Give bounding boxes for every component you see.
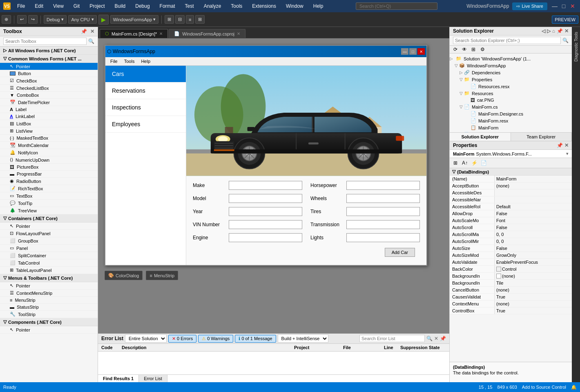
toolbox-category-common[interactable]: ▽ Common Windows Forms (.NET ...: [0, 55, 98, 63]
error-search-input[interactable]: [359, 335, 425, 342]
nav-item-cars[interactable]: Cars: [105, 66, 186, 82]
toolbox-item-toolstrip[interactable]: 🔧 ToolStrip: [0, 311, 98, 318]
toolbox-category-containers[interactable]: ▽ Containers (.NET Core): [0, 214, 98, 223]
toolbox-item-statusstrip[interactable]: ▬ StatusStrip: [0, 304, 98, 311]
scope-dropdown[interactable]: Entire Solution: [125, 334, 167, 343]
tree-solution[interactable]: ▷ 📁 Solution 'WindowsFormsApp' (1...: [450, 55, 572, 62]
prop-row-backgroundin-2[interactable]: BackgroundIn Tile: [450, 280, 572, 287]
prop-by-category-button[interactable]: ⊞: [451, 159, 460, 167]
toolbox-item-richtextbox[interactable]: 📝 RichTextBox: [0, 185, 98, 192]
field-input-year[interactable]: [229, 207, 302, 216]
prop-row-backcolor[interactable]: BackColor Control: [450, 266, 572, 273]
tree-resources-resx[interactable]: 📄 Resources.resx: [450, 83, 572, 90]
tab-csproj[interactable]: 📄 WindowsFormsApp.csproj ✕: [169, 29, 245, 38]
tree-mainform-cs[interactable]: ▽ 📄 MainForm.cs: [450, 103, 572, 110]
tab-mainform-design[interactable]: ⬡ MainForm.cs [Design]* ✕: [100, 29, 168, 38]
props-dropdown-icon[interactable]: ▾: [566, 151, 569, 156]
prop-row-autoscroll[interactable]: AutoScroll False: [450, 224, 572, 231]
add-car-button[interactable]: Add Car: [385, 248, 415, 257]
messages-button[interactable]: ℹ 0 of 1 Message: [235, 335, 276, 343]
toolbox-item-linklabel[interactable]: A LinkLabel: [0, 113, 98, 120]
menu-file[interactable]: File: [14, 2, 28, 11]
error-list-close-icon[interactable]: ✕: [434, 336, 438, 341]
tab-close-1[interactable]: ✕: [159, 31, 163, 36]
se-close-icon[interactable]: ✕: [564, 28, 569, 34]
col-file[interactable]: File: [341, 345, 382, 350]
build-config-dropdown[interactable]: Build + IntelliSense: [278, 334, 328, 343]
toolbox-item-label[interactable]: A Label: [0, 106, 98, 113]
toolbar-icon-2[interactable]: ⊟: [175, 15, 185, 24]
solution-explorer-tab[interactable]: Solution Explorer: [450, 133, 511, 141]
title-search-input[interactable]: [356, 2, 437, 10]
toolbox-item-tabcontrol[interactable]: ⬜ TabControl: [0, 259, 98, 267]
prop-row-causesvalidat[interactable]: CausesValidat True: [450, 294, 572, 301]
se-sync-icon[interactable]: ⟳: [451, 47, 460, 52]
prop-row-cancelbutton[interactable]: CancelButton (none): [450, 287, 572, 294]
prop-row-contextmenu[interactable]: ContextMenu (none): [450, 301, 572, 307]
menu-git[interactable]: Git: [70, 2, 83, 11]
live-share-button[interactable]: ⇨ Live Share: [512, 2, 547, 10]
col-description[interactable]: Description: [120, 345, 292, 350]
prop-row-backgroundin-1[interactable]: BackgroundIn (none): [450, 273, 572, 280]
props-pin-icon[interactable]: 📌: [557, 143, 563, 148]
nav-item-employees[interactable]: Employees: [105, 116, 186, 133]
se-filter-icon[interactable]: ⊞: [469, 47, 477, 52]
prop-category-databindings[interactable]: ▽ (DataBindings): [450, 168, 572, 176]
toolbox-category-menus[interactable]: ▽ Menus & Toolbars (.NET Core): [0, 274, 98, 282]
add-source-control[interactable]: Add to Source Control: [522, 385, 566, 390]
toolbar-icon-4[interactable]: ⊞: [195, 15, 205, 24]
toolbox-item-datetimepicker[interactable]: 📅 DateTimePicker: [0, 99, 98, 106]
prop-row-accessiblenar[interactable]: AccessibleNar: [450, 196, 572, 203]
menu-debug[interactable]: Debug: [132, 2, 153, 11]
toolbox-item-notifyicon[interactable]: 🔔 NotifyIcon: [0, 149, 98, 156]
tree-resources-folder[interactable]: ▽ 📁 Resources: [450, 90, 572, 97]
toolbox-close-icon[interactable]: ✕: [90, 29, 94, 34]
toolbar-icon-3[interactable]: ≡: [186, 15, 194, 24]
toolbox-item-tablelayoutpanel[interactable]: ⊞ TableLayoutPanel: [0, 267, 98, 274]
menu-help[interactable]: Help: [310, 2, 327, 11]
prop-row-autovalidate[interactable]: AutoValidate EnablePreventFocus: [450, 259, 572, 266]
bell-icon[interactable]: 🔔: [571, 385, 577, 390]
prop-property-pages-button[interactable]: 📄: [480, 159, 488, 167]
prop-row-allowdrop[interactable]: AllowDrop False: [450, 210, 572, 217]
toolbox-item-textbox[interactable]: ▭ TextBox: [0, 192, 98, 200]
toolbox-item-menustrip[interactable]: ≡ MenuStrip: [0, 297, 98, 304]
form-maximize-button[interactable]: □: [409, 48, 417, 55]
preview-button[interactable]: PREVIEW: [552, 16, 578, 24]
field-input-vinnumber[interactable]: [229, 220, 302, 229]
col-suppression[interactable]: Suppression State: [399, 345, 448, 350]
color-dialog-component[interactable]: 🎨 ColorDialog: [105, 271, 143, 280]
form-menu-file[interactable]: File: [107, 58, 121, 65]
toolbox-item-flowlayoutpanel[interactable]: ⊡ FlowLayoutPanel: [0, 230, 98, 237]
toolbox-search-input[interactable]: [3, 38, 87, 45]
toolbox-item-pointer-1[interactable]: ↖ Pointer: [0, 63, 98, 70]
prop-row-accessibledes[interactable]: AccessibleDes: [450, 189, 572, 196]
prop-row-acceptbutton[interactable]: AcceptButton (none): [450, 183, 572, 189]
prop-row-autoscalemo[interactable]: AutoScaleMo Font: [450, 217, 572, 224]
prop-show-events-button[interactable]: ⚡: [470, 159, 478, 167]
menu-view[interactable]: View: [50, 2, 67, 11]
toolbox-item-checkedlistbox[interactable]: ☰ CheckedListBox: [0, 85, 98, 92]
field-input-make[interactable]: [229, 181, 302, 190]
tree-mainform[interactable]: 📋 MainForm: [450, 124, 572, 131]
field-input-lights[interactable]: [346, 233, 420, 242]
tree-properties[interactable]: ▽ 📁 Properties: [450, 76, 572, 83]
toolbox-item-monthcalendar[interactable]: 📆 MonthCalendar: [0, 142, 98, 149]
prop-row-controlbox[interactable]: ControlBox True: [450, 307, 572, 314]
redo-button[interactable]: ↪: [28, 15, 38, 24]
toolbox-item-treeview[interactable]: 🌲 TreeView: [0, 207, 98, 214]
toolbox-item-maskedtextbox[interactable]: (·) MaskedTextBox: [0, 135, 98, 142]
form-minimize-button[interactable]: —: [401, 48, 408, 55]
toolbox-category-all[interactable]: ▷ All Windows Forms (.NET Core): [0, 47, 98, 55]
col-line[interactable]: Line: [382, 345, 399, 350]
platform-dropdown[interactable]: Any CPU ▾: [68, 15, 96, 24]
form-menu-help[interactable]: Help: [138, 58, 154, 65]
toolbox-item-pointer-components[interactable]: ↖ Pointer: [0, 326, 98, 334]
field-input-transmission[interactable]: [346, 220, 420, 229]
tree-car-png[interactable]: 🖼 car.PNG: [450, 97, 572, 103]
props-close-icon[interactable]: ✕: [564, 143, 569, 148]
col-project[interactable]: Project: [292, 345, 341, 350]
toolbox-item-pointer-containers[interactable]: ↖ Pointer: [0, 223, 98, 230]
nav-item-inspections[interactable]: Inspections: [105, 99, 186, 116]
se-nav-forward-icon[interactable]: ▷: [547, 28, 551, 34]
